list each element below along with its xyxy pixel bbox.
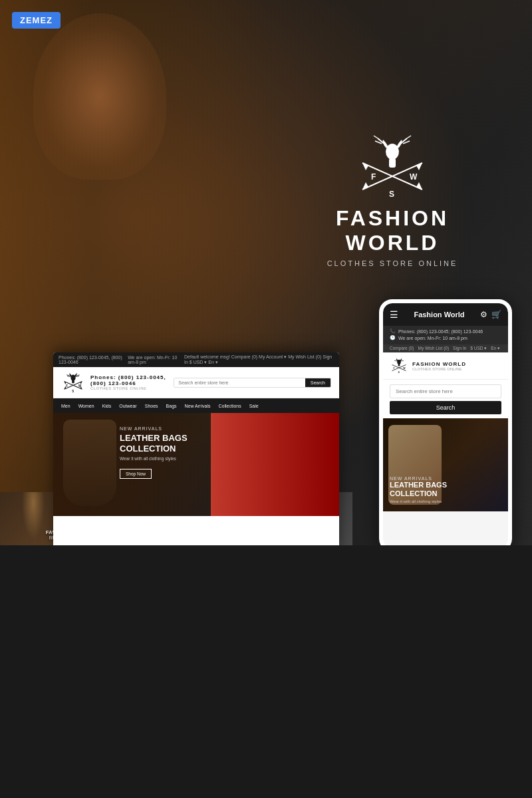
settings-icon[interactable]: ⚙ [480, 310, 487, 319]
desktop-hero-heading: LEATHER BAGSCOLLECTION [120, 433, 188, 454]
hamburger-icon[interactable]: ☰ [390, 309, 398, 320]
desktop-search-bar[interactable]: Search [174, 378, 331, 388]
nav-item-sale[interactable]: Sale [249, 404, 259, 408]
svg-rect-29 [398, 364, 400, 366]
svg-text:S: S [398, 371, 400, 374]
svg-text:F: F [371, 172, 376, 182]
svg-rect-16 [72, 380, 74, 383]
phone-hero-heading: LEATHER BAGSCOLLECTION [390, 481, 501, 498]
svg-line-14 [76, 376, 79, 376]
desktop-search-input[interactable] [174, 378, 305, 387]
desktop-topbar-center: We are open: Mn-Fr: 10 am-8 pm [128, 355, 184, 364]
desktop-hero-banner: NEW ARRIVALS LEATHER BAGSCOLLECTION Wear… [53, 413, 339, 516]
svg-line-27 [394, 360, 397, 361]
svg-line-13 [66, 375, 70, 376]
zemez-badge: ZEMEZ [12, 12, 61, 29]
desktop-mockup: Phones: (800) 123-0045, (800) 123-0046 W… [53, 352, 339, 545]
svg-rect-1 [389, 158, 396, 168]
cart-icon[interactable]: 🛒 [491, 310, 501, 319]
phone-search-input[interactable] [390, 384, 501, 398]
brand-logo-icon: F W S [352, 133, 432, 200]
phone-brand-text: FASHION WORLD CLOTHES STORE ONLINE [412, 361, 466, 371]
nav-item-women[interactable]: Women [78, 404, 94, 408]
nav-item-shoes[interactable]: Shoes [145, 404, 158, 408]
phone-top-icons: ⚙ 🛒 [480, 310, 501, 319]
phone-link-usd[interactable]: $ USD ▾ [470, 346, 487, 351]
svg-line-15 [76, 375, 79, 376]
brand-title: FASHION WORLD [306, 206, 479, 255]
desktop-hero-new-label: NEW ARRIVALS [120, 426, 188, 431]
desktop-brand-sub: CLOTHES STORE ONLINE [90, 386, 168, 390]
phone-topbar: ☰ Fashion World ⚙ 🛒 [383, 303, 508, 326]
brand-center: F W S FASHION WORLD CLOTHES STORE ONLINE [306, 133, 479, 267]
desktop-brand-name: Phones: (800) 123-0045, (800) 123-0046 [90, 374, 168, 386]
phone-brand-name: FASHION WORLD [412, 361, 466, 367]
desktop-topbar: Phones: (800) 123-0045, (800) 123-0046 W… [53, 352, 339, 367]
svg-text:F: F [66, 384, 68, 388]
desktop-hero-text: NEW ARRIVALS LEATHER BAGSCOLLECTION Wear… [120, 426, 188, 479]
phone-welcome-bar: Compare (0) My Wish List (0) Sign In $ U… [383, 344, 508, 352]
phone-brand-sub: CLOTHES STORE ONLINE [412, 367, 466, 371]
phone-info-bar: 📞 Phones: (800) 123-0045; (800) 123-0046… [383, 326, 508, 344]
phone-info-hours: 🕐 We are open: Mn-Fr: 10 am-8 pm [390, 335, 501, 340]
phone-link-signin[interactable]: Sign In [453, 346, 466, 351]
phone-link-wishlist[interactable]: My Wish List (0) [418, 346, 449, 351]
phone-link-lang[interactable]: En ▾ [491, 346, 500, 351]
hero-section: ZEMEZ [0, 0, 532, 545]
phone-mockup: ☰ Fashion World ⚙ 🛒 📞 Phones: (800) 123-… [379, 299, 512, 545]
nav-item-bags[interactable]: Bags [166, 404, 177, 408]
nav-item-kids[interactable]: Kids [102, 404, 112, 408]
svg-text:F: F [394, 367, 395, 370]
desktop-topbar-right: Default welcome msg! Compare (0) My Acco… [184, 354, 334, 365]
svg-text:S: S [389, 190, 394, 199]
phone-hero-tagline: Wear it with all clothing styles [390, 499, 501, 503]
svg-text:W: W [403, 367, 406, 370]
svg-line-28 [401, 360, 404, 361]
phone-hero-text: NEW ARRIVALS LEATHER BAGSCOLLECTION Wear… [390, 476, 501, 503]
phone-search-button[interactable]: Search [390, 401, 501, 414]
phone-logo-area: F W S FASHION WORLD CLOTHES STORE ONLINE [390, 358, 466, 374]
desktop-brand-text: Phones: (800) 123-0045, (800) 123-0046 C… [90, 374, 168, 390]
phone-hero-section: NEW ARRIVALS LEATHER BAGSCOLLECTION Wear… [383, 418, 508, 511]
nav-item-men[interactable]: Men [61, 404, 70, 408]
phone-links: Compare (0) My Wish List (0) Sign In $ U… [390, 346, 501, 351]
phone-info-phones: 📞 Phones: (800) 123-0045; (800) 123-0046 [390, 329, 501, 334]
phone-header: F W S FASHION WORLD CLOTHES STORE ONLINE [383, 352, 508, 380]
desktop-nav: Men Women Kids Outwear Shoes Bags New Ar… [53, 398, 339, 413]
svg-text:W: W [410, 172, 418, 182]
phone-logo-icon: F W S [390, 358, 408, 374]
nav-item-new-arrivals[interactable]: New Arrivals [185, 404, 211, 408]
brand-subtitle: CLOTHES STORE ONLINE [306, 259, 479, 267]
desktop-header: F W S Phones: (800) 123-0045, (800) 123-… [53, 367, 339, 398]
desktop-logo-small: F W S [61, 372, 85, 392]
phone-brand-top: Fashion World [414, 311, 464, 319]
desktop-hero-image-right [211, 413, 340, 516]
svg-text:S: S [72, 390, 74, 393]
desktop-search-button[interactable]: Search [305, 378, 331, 387]
desktop-hero-tagline: Wear it with all clothing styles [120, 456, 188, 461]
desktop-topbar-left: Phones: (800) 123-0045, (800) 123-0046 [59, 355, 128, 364]
desktop-hero-shop-button[interactable]: Shop Now [120, 469, 152, 479]
phone-search-area: Search [383, 380, 508, 418]
nav-item-outwear[interactable]: Outwear [119, 404, 136, 408]
phone-hero-new-label: NEW ARRIVALS [390, 476, 501, 481]
phone-inner: ☰ Fashion World ⚙ 🛒 📞 Phones: (800) 123-… [383, 303, 508, 545]
nav-item-collections[interactable]: Collections [218, 404, 241, 408]
phone-link-compare[interactable]: Compare (0) [390, 346, 414, 351]
svg-line-12 [67, 376, 70, 376]
